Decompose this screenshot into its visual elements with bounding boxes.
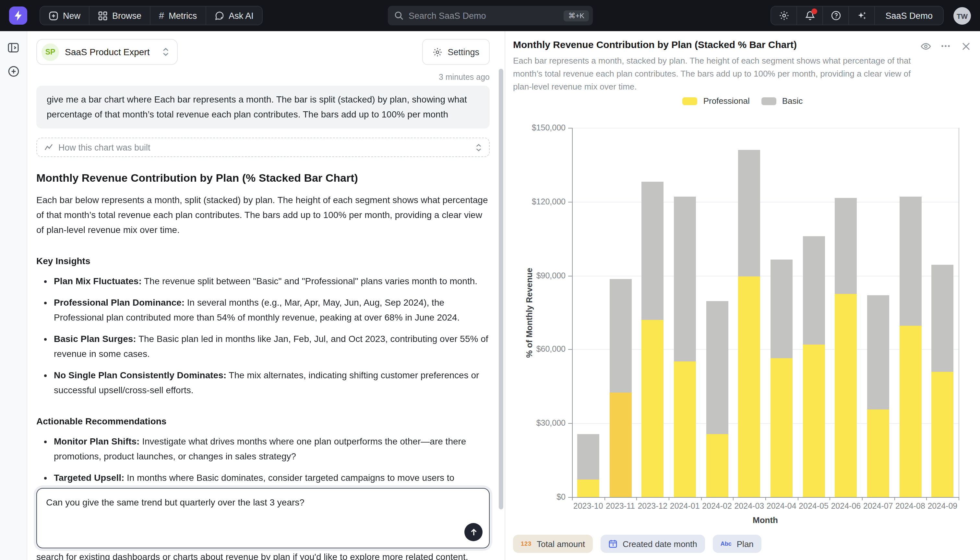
main-layout: SP SaaS Product Expert Settings 3 minute… (0, 31, 980, 560)
ytick (568, 350, 572, 350)
send-button[interactable] (464, 523, 483, 541)
bar-segment-professional-2024-09[interactable] (931, 372, 953, 497)
number-type-icon: 123 (521, 540, 532, 547)
recommendations-heading: Actionable Recommendations (37, 416, 490, 426)
metrics-button[interactable]: # Metrics (151, 7, 205, 25)
agent-avatar: SP (42, 43, 59, 61)
bar-segment-professional-2024-01[interactable] (674, 362, 696, 497)
app-logo[interactable] (9, 7, 27, 25)
bar-segment-basic-2024-02[interactable] (706, 302, 728, 435)
y-axis-tick-label: $150,000 (510, 123, 566, 133)
browse-button[interactable]: Browse (90, 7, 150, 25)
insights-heading: Key Insights (37, 256, 490, 266)
nav-item-label: Metrics (169, 11, 197, 20)
help-button[interactable] (823, 7, 848, 25)
x-axis-tick-label: 2023-10 (572, 502, 604, 511)
sidebar-toggle-icon (7, 42, 20, 54)
help-icon (831, 10, 841, 21)
bar-segment-basic-2024-03[interactable] (738, 150, 760, 277)
notification-dot (811, 8, 817, 14)
hash-icon: # (159, 10, 164, 21)
list-item: Basic Plan Surges: The Basic plan led in… (54, 332, 490, 362)
agent-name: SaaS Product Expert (65, 47, 150, 57)
tag-total-amount[interactable]: 123 Total amount (513, 535, 593, 553)
plot-right-border (958, 128, 959, 498)
agent-selector[interactable]: SP SaaS Product Expert (37, 39, 178, 65)
bar-segment-basic-2024-05[interactable] (802, 236, 825, 345)
chart-line-icon (44, 143, 53, 152)
bar-segment-professional-2024-07[interactable] (867, 410, 889, 497)
workspace-name: SaaS Demo (885, 11, 933, 20)
bar-segment-basic-2024-04[interactable] (771, 260, 792, 358)
chat-input[interactable]: Can you give the same trend but quarterl… (37, 488, 489, 548)
x-axis-tick-label: 2023-12 (636, 502, 669, 511)
x-axis-tick-label: 2024-03 (733, 502, 765, 511)
bar-segment-basic-2023-11[interactable] (610, 279, 631, 393)
notifications-button[interactable] (797, 7, 822, 25)
arrow-up-icon (469, 528, 478, 536)
list-item: Professional Plan Dominance: In several … (54, 295, 490, 325)
search-icon (394, 11, 404, 20)
global-search-input[interactable]: Search SaaS Demo ⌘+K (388, 6, 593, 25)
response-intro: Each bar below represents a month, split… (37, 193, 490, 237)
x-axis-tick-label: 2024-07 (862, 502, 894, 511)
bar-segment-professional-2024-06[interactable] (835, 294, 857, 497)
x-axis-tick-label: 2024-01 (669, 502, 701, 511)
settings-label: Settings (447, 47, 479, 57)
field-tags: 123 Total amount Created date month Abc … (513, 535, 761, 553)
response-heading: Monthly Revenue Contribution by Plan (% … (37, 172, 490, 185)
x-axis-line (572, 497, 959, 498)
new-button[interactable]: New (40, 7, 89, 25)
ytick (568, 497, 572, 498)
text-type-icon: Abc (721, 540, 732, 547)
y-axis-tick-label: $30,000 (510, 418, 566, 428)
bar-segment-professional-2024-04[interactable] (771, 358, 792, 497)
bar-segment-professional-2024-08[interactable] (899, 326, 921, 497)
chevron-selector-icon (475, 143, 482, 152)
bar-segment-basic-2024-06[interactable] (835, 198, 857, 294)
tag-created-date-month[interactable]: Created date month (601, 535, 705, 553)
ai-sparkles-button[interactable] (849, 7, 874, 25)
toggle-sidebar-button[interactable] (7, 42, 20, 54)
bar-segment-professional-2024-02[interactable] (706, 435, 728, 497)
chat-settings-button[interactable]: Settings (422, 39, 490, 65)
stacked-bar-chart: $0$30,000$60,000$90,000$120,000$150,0002… (505, 31, 980, 560)
new-chat-button[interactable] (7, 65, 20, 78)
how-chart-built-toggle[interactable]: How this chart was built (37, 138, 490, 157)
bar-segment-professional-2023-12[interactable] (641, 320, 663, 497)
user-avatar[interactable]: TW (953, 7, 971, 25)
x-axis-tick-label: 2024-02 (701, 502, 733, 511)
plus-square-icon (49, 11, 58, 20)
nav-item-label: Browse (112, 11, 141, 20)
bar-segment-basic-2024-09[interactable] (931, 265, 953, 372)
gear-icon (433, 47, 442, 57)
lightning-icon (13, 10, 23, 21)
bar-segment-basic-2023-10[interactable] (577, 435, 599, 480)
bar-segment-basic-2024-07[interactable] (867, 295, 889, 410)
bar-segment-basic-2023-12[interactable] (641, 182, 663, 320)
how-chart-built-label: How this chart was built (58, 142, 470, 152)
chat-input-container: Can you give the same trend but quarterl… (37, 488, 490, 548)
bar-segment-basic-2024-08[interactable] (899, 197, 921, 326)
tag-plan[interactable]: Abc Plan (713, 535, 761, 553)
top-nav: New Browse # Metrics Ask AI Search SaaS … (0, 0, 980, 31)
bar-segment-professional-2024-05[interactable] (802, 345, 825, 497)
nav-right-group: SaaS Demo (771, 6, 943, 25)
list-item: No Single Plan Consistently Dominates: T… (54, 368, 490, 398)
bar-segment-professional-2024-03[interactable] (738, 277, 760, 497)
grid-icon (98, 11, 108, 20)
y-axis-line (572, 128, 573, 498)
chat-scrollbar-thumb[interactable] (499, 69, 503, 509)
gear-icon (779, 10, 789, 21)
chat-panel: SP SaaS Product Expert Settings 3 minute… (27, 31, 505, 560)
bar-segment-professional-2023-10[interactable] (577, 480, 599, 497)
x-axis-tick-label: 2024-05 (797, 502, 829, 511)
chevron-selector-icon (162, 47, 169, 57)
workspace-button[interactable]: SaaS Demo (875, 7, 943, 25)
nav-item-label: Ask AI (229, 11, 254, 20)
ask-ai-button[interactable]: Ask AI (206, 7, 262, 25)
bar-segment-professional-2023-11[interactable] (610, 393, 631, 497)
bar-segment-basic-2024-01[interactable] (674, 197, 696, 362)
sparkles-icon (857, 10, 867, 21)
settings-gear-button[interactable] (771, 7, 796, 25)
